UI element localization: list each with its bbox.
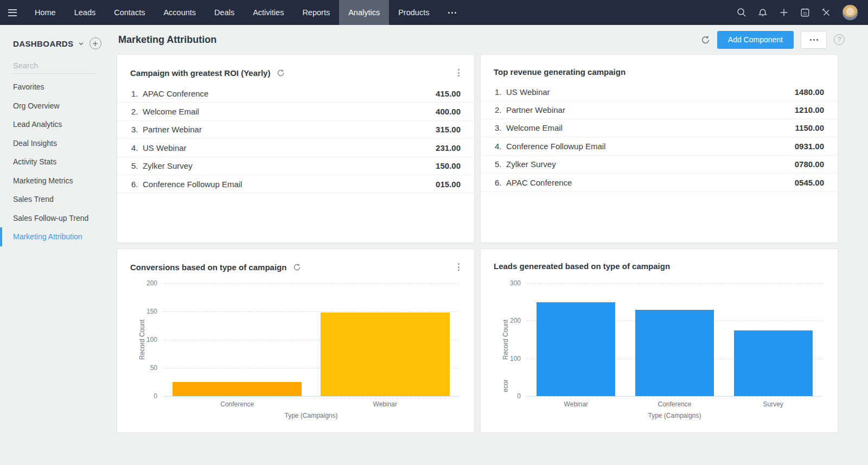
help-icon[interactable]: ? xyxy=(834,34,845,45)
nav-tab-analytics[interactable]: Analytics xyxy=(339,0,389,25)
campaign-name: US Webinar xyxy=(143,143,436,152)
page-header: Marketing Attribution Add Component ? xyxy=(117,25,868,54)
rank-number: 6. xyxy=(117,180,143,189)
notification-bell-icon[interactable] xyxy=(757,7,768,18)
y-axis-title: Record Count xyxy=(138,320,146,360)
user-avatar[interactable] xyxy=(842,4,858,21)
list-item-partner-webinar[interactable]: 2.Partner Webinar1210.00 xyxy=(481,101,838,119)
chart-gridline xyxy=(163,283,459,284)
sidebar-item-favorites[interactable]: Favorites xyxy=(13,78,108,97)
y-axis-title: Record Count xyxy=(502,320,509,360)
list-item-us-webinar[interactable]: 1.US Webinar1480.00 xyxy=(481,83,838,101)
sidebar-item-marketing-metrics[interactable]: Marketing Metrics xyxy=(13,171,108,190)
sidebar-item-org-overview[interactable]: Org Overview xyxy=(13,97,108,116)
rank-number: 1. xyxy=(117,89,143,98)
nav-tab-contacts[interactable]: Contacts xyxy=(105,0,154,25)
card-leads-chart: Leads genereated based on type of campai… xyxy=(480,249,838,433)
refresh-icon[interactable] xyxy=(293,263,301,271)
sidebar-item-marketing-attribution[interactable]: Marketing Attribution xyxy=(13,227,108,246)
sidebar: DASHBOARDS FavoritesOrg OverviewLead Ana… xyxy=(0,25,108,465)
add-dashboard-icon[interactable] xyxy=(90,37,101,49)
rank-number: 6. xyxy=(481,178,506,187)
nav-tab-reports[interactable]: Reports xyxy=(293,0,339,25)
nav-tab-home[interactable]: Home xyxy=(25,0,65,25)
campaign-value: 0931.00 xyxy=(795,142,838,151)
bar-webinar[interactable] xyxy=(537,302,615,396)
calendar-icon[interactable]: 31 xyxy=(800,7,810,18)
kebab-menu-icon[interactable] xyxy=(456,67,461,78)
list-item-welcome-email[interactable]: 3.Welcome Email1150.00 xyxy=(481,119,838,137)
campaign-value: 1150.00 xyxy=(795,123,838,132)
campaign-value: 150.00 xyxy=(436,161,474,170)
sidebar-item-deal-insights[interactable]: Deal Insights xyxy=(13,134,108,153)
campaign-name: US Webinar xyxy=(506,87,795,97)
rank-number: 2. xyxy=(117,107,143,116)
card-title: Top revenue generating campaign xyxy=(494,67,626,77)
add-icon[interactable] xyxy=(778,7,789,18)
nav-tab-accounts[interactable]: Accounts xyxy=(154,0,205,25)
x-axis-line xyxy=(527,396,822,397)
more-options-button[interactable] xyxy=(801,31,827,49)
revenue-rank-list: 1.US Webinar1480.002.Partner Webinar1210… xyxy=(481,83,838,192)
list-item-us-webinar[interactable]: 4.US Webinar231.00 xyxy=(117,139,474,157)
bar-conference[interactable] xyxy=(635,310,714,396)
list-item-welcome-email[interactable]: 2.Welcome Email400.00 xyxy=(117,103,474,120)
bar-conference[interactable] xyxy=(173,382,302,396)
list-item-zylker-survey[interactable]: 5.Zylker Survey150.00 xyxy=(117,157,474,175)
list-item-zylker-survey[interactable]: 5.Zylker Survey0780.00 xyxy=(481,156,838,174)
rank-number: 3. xyxy=(481,123,506,132)
search-icon[interactable] xyxy=(736,7,747,18)
tools-icon[interactable] xyxy=(821,7,832,18)
campaign-value: 1210.00 xyxy=(795,105,838,114)
sidebar-item-sales-follow-up-trend[interactable]: Sales Follow-up Trend xyxy=(13,209,108,228)
nav-tab-deals[interactable]: Deals xyxy=(205,0,244,25)
page-title: Marketing Attribution xyxy=(118,34,216,46)
sidebar-item-sales-trend[interactable]: Sales Trend xyxy=(13,190,108,209)
x-axis-title: Type (Campaigns) xyxy=(252,412,371,419)
add-component-button[interactable]: Add Component xyxy=(717,31,794,49)
list-item-apac-conference[interactable]: 6.APAC Conference0545.00 xyxy=(481,174,838,192)
campaign-name: Conference Followup Email xyxy=(143,180,436,189)
sidebar-item-activity-stats[interactable]: Activity Stats xyxy=(13,152,108,171)
x-axis-category-label: Survey xyxy=(735,400,811,408)
bar-survey[interactable] xyxy=(734,330,813,396)
kebab-menu-icon[interactable] xyxy=(456,262,461,272)
x-axis-title: Type (Campaigns) xyxy=(615,412,735,419)
y-axis-tick-label: 100 xyxy=(117,336,157,343)
campaign-name: Conference Followup Email xyxy=(506,142,795,151)
chevron-down-icon xyxy=(78,41,84,47)
nav-more-tab[interactable] xyxy=(438,12,466,14)
roi-rank-list: 1.APAC Conference415.002.Welcome Email40… xyxy=(117,85,474,193)
y-axis-title-fragment: ecor xyxy=(502,379,509,392)
x-axis-category-label: Webinar xyxy=(347,400,423,408)
list-item-partner-webinar[interactable]: 3.Partner Webinar315.00 xyxy=(117,121,474,139)
dashboards-dropdown[interactable]: DASHBOARDS xyxy=(13,36,108,51)
campaign-value: 015.00 xyxy=(436,180,474,189)
hamburger-menu-icon[interactable] xyxy=(0,9,25,16)
list-item-conference-followup-email[interactable]: 4.Conference Followup Email0931.00 xyxy=(481,137,838,155)
refresh-icon[interactable] xyxy=(701,35,710,44)
card-conversions-chart: Conversions based on type of campaign 20… xyxy=(117,249,475,433)
search-input[interactable] xyxy=(13,58,95,74)
bar-webinar[interactable] xyxy=(321,313,450,396)
campaign-value: 231.00 xyxy=(436,143,474,152)
nav-tab-activities[interactable]: Activities xyxy=(244,0,293,25)
rank-number: 5. xyxy=(481,160,506,169)
campaign-value: 415.00 xyxy=(436,89,474,98)
y-axis-tick-label: 0 xyxy=(481,392,521,400)
nav-tab-products[interactable]: Products xyxy=(389,0,438,25)
refresh-icon[interactable] xyxy=(277,69,285,77)
rank-number: 4. xyxy=(481,142,506,151)
sidebar-item-lead-analytics[interactable]: Lead Analytics xyxy=(13,115,108,134)
list-item-conference-followup-email[interactable]: 6.Conference Followup Email015.00 xyxy=(117,175,474,193)
campaign-value: 400.00 xyxy=(436,107,474,116)
nav-tab-leads[interactable]: Leads xyxy=(65,0,105,25)
campaign-name: Welcome Email xyxy=(506,123,795,132)
card-title: Leads genereated based on type of campai… xyxy=(494,262,670,271)
rank-number: 2. xyxy=(481,105,506,114)
y-axis-tick-label: 0 xyxy=(117,392,157,400)
dashboard-list: FavoritesOrg OverviewLead AnalyticsDeal … xyxy=(13,78,108,246)
list-item-apac-conference[interactable]: 1.APAC Conference415.00 xyxy=(117,85,474,103)
svg-text:31: 31 xyxy=(803,11,807,15)
y-axis-tick-label: 50 xyxy=(117,364,157,372)
